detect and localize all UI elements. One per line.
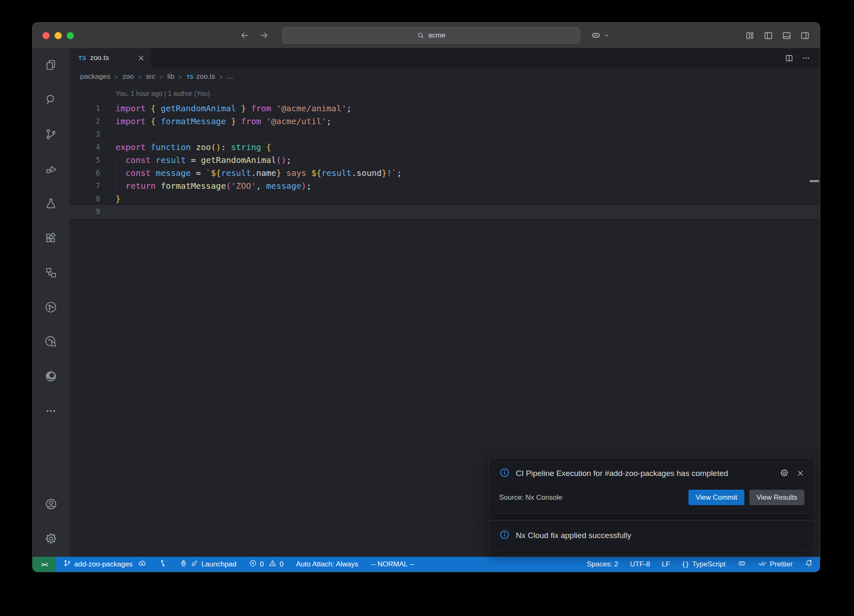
notification-nx-cloud-fix: Nx Cloud fix applied successfully <box>489 520 815 551</box>
view-results-button[interactable]: View Results <box>749 490 804 505</box>
code-line[interactable]: 4export function zoo(): string { <box>69 141 820 154</box>
breadcrumb-item-file[interactable]: zoo.ts <box>196 73 215 81</box>
code-line[interactable]: 3 <box>69 128 820 141</box>
pipeline-status[interactable] <box>159 559 167 569</box>
activity-bar-item-accounts[interactable] <box>33 488 69 522</box>
notification-message: CI Pipeline Execution for #add-zoo-packa… <box>516 467 733 480</box>
code-line[interactable]: 1import { getRandomAnimal } from '@acme/… <box>69 102 820 115</box>
auto-attach-status[interactable]: Auto Attach: Always <box>296 560 358 568</box>
branch-name: add-zoo-packages <box>74 560 133 568</box>
line-number[interactable]: 5 <box>69 154 100 167</box>
activity-bar-item-testing[interactable] <box>33 187 69 221</box>
activity-bar-item-edge-devtools[interactable] <box>33 360 69 394</box>
git-blame-codelens[interactable]: You, 1 hour ago | 1 author (You) <box>69 86 820 102</box>
activity-bar-item-run-debug[interactable] <box>33 152 69 187</box>
line-number[interactable]: 7 <box>69 180 100 193</box>
notification-center: CI Pipeline Execution for #add-zoo-packa… <box>489 458 815 551</box>
copilot-status[interactable] <box>737 559 746 570</box>
chevron-down-icon <box>604 33 610 38</box>
line-number[interactable]: 9 <box>69 205 100 218</box>
notifications-bell[interactable] <box>804 559 813 570</box>
language-label: TypeScript <box>692 560 726 568</box>
code-line[interactable]: 6 const message = `${result.name} says $… <box>69 167 820 180</box>
activity-bar-item-search[interactable] <box>33 83 69 118</box>
line-number[interactable]: 8 <box>69 193 100 205</box>
ellipsis-icon <box>45 405 57 419</box>
breadcrumb-item[interactable]: zoo <box>123 73 134 81</box>
activity-bar-item-source-control[interactable] <box>33 118 69 152</box>
code-line[interactable]: 2import { formatMessage } from '@acme/ut… <box>69 115 820 128</box>
line-number[interactable]: 1 <box>69 102 100 115</box>
breadcrumb[interactable]: packages>zoo>src>lib>TSzoo.ts>... <box>69 68 820 86</box>
activity-bar-item-nx-cloud[interactable] <box>33 325 69 360</box>
forward-arrow-icon[interactable] <box>259 30 269 40</box>
formatter-status[interactable]: Prettier <box>758 559 793 570</box>
code-line[interactable]: 9 <box>69 205 820 218</box>
close-window-button[interactable] <box>43 32 50 39</box>
copilot-menu[interactable] <box>590 23 610 48</box>
breadcrumb-separator: > <box>138 73 142 80</box>
breadcrumb-item[interactable]: lib <box>167 73 174 81</box>
warning-count: 0 <box>279 560 283 568</box>
editor-actions <box>785 48 811 68</box>
split-editor-icon[interactable] <box>785 54 794 63</box>
activity-bar-item-explorer[interactable] <box>33 48 69 83</box>
nx-console-icon <box>44 300 58 316</box>
git-branch-status[interactable]: add-zoo-packages <box>63 559 146 570</box>
encoding-status[interactable]: UTF-8 <box>630 560 650 568</box>
tab-bar: TS zoo.ts <box>69 48 820 68</box>
files-icon <box>45 59 57 73</box>
eol-status[interactable]: LF <box>662 560 670 568</box>
beaker-icon <box>45 197 57 211</box>
toggle-secondary-sidebar-icon[interactable] <box>800 31 810 40</box>
minimize-window-button[interactable] <box>55 32 62 39</box>
code-line[interactable]: 5 const result = getRandomAnimal(); <box>69 154 820 167</box>
code-text: import { getRandomAnimal } from '@acme/a… <box>116 102 352 115</box>
activity-bar-item-nx-console[interactable] <box>33 290 69 325</box>
notification-source: Source: Nx Console <box>499 493 562 502</box>
vim-mode-label: -- NORMAL -- <box>371 560 414 568</box>
error-count: 0 <box>260 560 264 568</box>
git-branch-icon <box>45 128 57 142</box>
breadcrumb-item-more[interactable]: ... <box>227 73 233 81</box>
activity-bar-item-settings[interactable] <box>33 522 69 557</box>
activity-bar-item-more[interactable] <box>33 394 69 429</box>
close-notification-icon[interactable] <box>796 469 804 477</box>
vim-mode-status[interactable]: -- NORMAL -- <box>371 560 414 568</box>
language-mode-status[interactable]: {} TypeScript <box>682 560 726 568</box>
toggle-panel-icon[interactable] <box>782 31 791 40</box>
tab-zoo-ts[interactable]: TS zoo.ts <box>69 48 152 68</box>
problems-status[interactable]: 0 0 <box>249 559 284 569</box>
activity-bar-item-extensions[interactable] <box>33 221 69 256</box>
warning-icon <box>269 559 276 569</box>
copilot-icon <box>590 30 601 41</box>
back-arrow-icon[interactable] <box>240 30 250 40</box>
activity-bar-item-remote-explorer[interactable] <box>33 256 69 290</box>
line-number[interactable]: 3 <box>69 128 100 141</box>
view-commit-button[interactable]: View Commit <box>688 490 744 505</box>
code-text: import { formatMessage } from '@acme/uti… <box>116 115 332 128</box>
customize-layout-icon[interactable] <box>745 31 755 40</box>
formatter-label: Prettier <box>770 560 793 568</box>
code-text: export function zoo(): string { <box>116 141 271 154</box>
indentation-status[interactable]: Spaces: 2 <box>587 560 618 568</box>
command-center-search[interactable]: acme <box>282 27 580 44</box>
code-line[interactable]: 8} <box>69 193 820 205</box>
breadcrumb-item[interactable]: packages <box>80 73 111 81</box>
line-number[interactable]: 4 <box>69 141 100 154</box>
close-tab-icon[interactable] <box>138 55 145 62</box>
line-number[interactable]: 6 <box>69 167 100 180</box>
more-actions-icon[interactable] <box>802 54 811 63</box>
nx-graph-search-icon <box>44 335 58 350</box>
breadcrumb-separator: > <box>159 73 163 80</box>
notification-settings-gear-icon[interactable] <box>780 468 789 478</box>
launchpad-status[interactable]: Launchpad <box>179 559 236 570</box>
breadcrumb-item[interactable]: src <box>146 73 156 81</box>
line-number[interactable]: 2 <box>69 115 100 128</box>
code-line[interactable]: 7 return formatMessage('ZOO', message); <box>69 180 820 193</box>
run-debug-icon <box>45 163 57 177</box>
layout-controls <box>745 23 810 48</box>
toggle-primary-sidebar-icon[interactable] <box>764 31 773 40</box>
zoom-window-button[interactable] <box>67 32 74 39</box>
remote-indicator[interactable]: >< <box>33 557 56 572</box>
